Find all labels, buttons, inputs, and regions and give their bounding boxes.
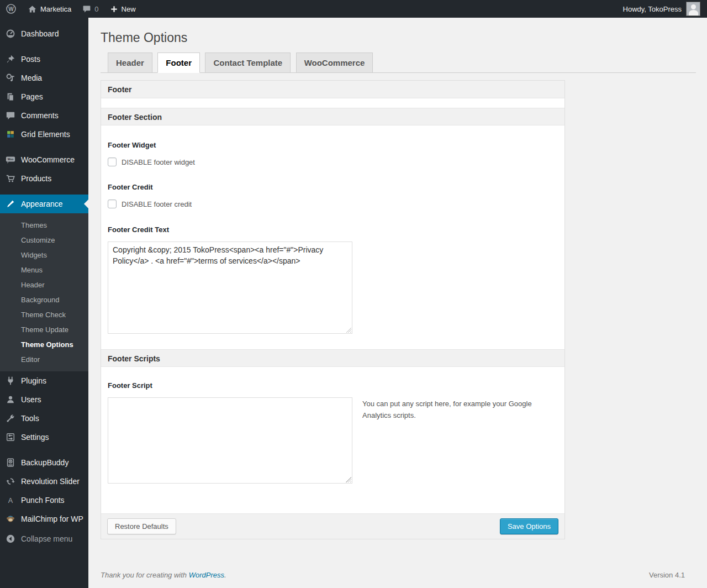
submenu-themes[interactable]: Themes [0, 218, 88, 233]
submenu-menus[interactable]: Menus [0, 262, 88, 277]
wordpress-icon: W [6, 3, 17, 14]
sidebar-item-settings[interactable]: Settings [0, 428, 88, 447]
wrench-icon [5, 413, 16, 424]
backup-icon [5, 457, 16, 468]
menu-separator [0, 447, 88, 453]
resize-grip-icon[interactable] [346, 327, 351, 333]
sidebar-item-mailchimp[interactable]: MailChimp for WP [0, 510, 88, 528]
footer-credit-label: Footer Credit [108, 166, 558, 191]
save-options-button[interactable]: Save Options [500, 518, 558, 534]
letter-a-icon: A [5, 495, 16, 506]
disable-footer-credit-checkbox[interactable] [108, 200, 117, 208]
sidebar-item-tools[interactable]: Tools [0, 409, 88, 428]
sidebar-item-users[interactable]: Users [0, 390, 88, 409]
disable-footer-credit-label: DISABLE footer credit [122, 200, 192, 208]
media-icon [5, 72, 16, 83]
grid-elements-icon [5, 129, 16, 140]
plus-icon [110, 5, 118, 13]
svg-text:W: W [8, 6, 14, 12]
footer-script-label: Footer Script [108, 367, 558, 390]
site-menu[interactable]: Marketica [22, 0, 77, 18]
menu-separator [0, 43, 88, 50]
comment-bubble-icon [82, 4, 91, 13]
avatar[interactable] [686, 2, 700, 16]
tab-contact-template[interactable]: Contact Template [205, 53, 291, 72]
menu-separator [0, 188, 88, 195]
svg-text:Woo: Woo [8, 158, 14, 161]
section-header-footer-scripts: Footer Scripts [101, 349, 564, 367]
footer-script-input[interactable] [108, 397, 352, 484]
user-icon [5, 394, 16, 405]
sidebar-item-dashboard[interactable]: Dashboard [0, 24, 88, 43]
monkey-icon [5, 513, 16, 524]
footer-script-row: You can put any script here, for example… [108, 390, 558, 484]
submenu-theme-options[interactable]: Theme Options [0, 337, 88, 352]
sidebar-item-backupbuddy[interactable]: BackupBuddy [0, 453, 88, 472]
dashboard-icon [5, 28, 16, 39]
disable-footer-widget-checkbox[interactable] [108, 158, 117, 166]
cart-icon [5, 173, 16, 184]
main-content: Theme Options Header Footer Contact Temp… [88, 0, 707, 588]
page-title: Theme Options [101, 29, 696, 46]
appearance-submenu: Themes Customize Widgets Menus Header Ba… [0, 213, 88, 371]
panel-gap [101, 98, 564, 108]
howdy-account-menu[interactable]: Howdy, TokoPress [623, 5, 682, 13]
footer-credit-text-input[interactable]: Copyright &copy; 2015 TokoPress<span><a … [108, 242, 352, 334]
sidebar-item-posts[interactable]: Posts [0, 50, 88, 69]
sidebar-item-punch-fonts[interactable]: A Punch Fonts [0, 491, 88, 510]
tab-footer[interactable]: Footer [157, 53, 200, 73]
disable-footer-widget-label: DISABLE footer widget [122, 158, 195, 166]
submenu-theme-update[interactable]: Theme Update [0, 322, 88, 337]
comments-icon [5, 110, 16, 121]
spacer [108, 484, 558, 513]
sidebar-item-media[interactable]: Media [0, 69, 88, 87]
resize-grip-icon[interactable] [346, 477, 351, 482]
submenu-header[interactable]: Header [0, 277, 88, 292]
sidebar-item-grid-elements[interactable]: Grid Elements [0, 125, 88, 144]
menu-separator [0, 144, 88, 150]
plug-icon [5, 375, 16, 386]
svg-text:A: A [8, 497, 13, 505]
sliders-icon [5, 432, 16, 443]
woocommerce-icon: Woo [5, 154, 16, 165]
comments-menu[interactable]: 0 [77, 0, 104, 18]
pin-icon [5, 54, 16, 65]
site-name: Marketica [40, 5, 71, 13]
footer-credit-text-wrap: Copyright &copy; 2015 TokoPress<span><a … [108, 242, 352, 334]
new-menu[interactable]: New [104, 0, 141, 18]
sidebar-item-revolution-slider[interactable]: Revolution Slider [0, 472, 88, 491]
sidebar-item-products[interactable]: Products [0, 169, 88, 188]
wordpress-link[interactable]: WordPress [189, 571, 224, 579]
footer-section-fields: Footer Widget DISABLE footer widget Foot… [101, 125, 564, 336]
restore-defaults-button[interactable]: Restore Defaults [107, 518, 176, 534]
footer-credit-row: DISABLE footer credit [108, 200, 558, 208]
submenu-widgets[interactable]: Widgets [0, 248, 88, 262]
tab-woocommerce[interactable]: WooCommerce [296, 53, 373, 72]
refresh-icon [5, 476, 16, 487]
tab-bar: Header Footer Contact Template WooCommer… [101, 53, 696, 73]
wordpress-logo[interactable]: W [0, 0, 22, 18]
footer-widget-row: DISABLE footer widget [108, 158, 558, 166]
section-header-footer-section: Footer Section [101, 108, 564, 125]
submenu-theme-check[interactable]: Theme Check [0, 307, 88, 322]
tab-header[interactable]: Header [108, 53, 152, 72]
footer-credit-text-label: Footer Credit Text [108, 208, 558, 234]
options-panel: Footer Footer Section Footer Widget DISA… [101, 80, 565, 539]
collapse-icon [5, 533, 16, 544]
home-icon [28, 4, 37, 14]
footer-widget-label: Footer Widget [108, 125, 558, 149]
sidebar-item-comments[interactable]: Comments [0, 106, 88, 125]
submenu-background[interactable]: Background [0, 292, 88, 307]
sidebar-item-appearance[interactable]: Appearance [0, 195, 88, 213]
sidebar-item-plugins[interactable]: Plugins [0, 371, 88, 390]
pages-icon [5, 91, 16, 102]
sidebar-item-pages[interactable]: Pages [0, 87, 88, 106]
admin-bar: W Marketica 0 New Howdy, TokoPress [0, 0, 707, 18]
submenu-customize[interactable]: Customize [0, 233, 88, 248]
submenu-editor[interactable]: Editor [0, 352, 88, 367]
footer-scripts-fields: Footer Script You can put any script her… [101, 367, 564, 513]
footer-script-wrap [108, 397, 352, 484]
collapse-menu-button[interactable]: Collapse menu [0, 529, 88, 548]
page-footer: Thank you for creating with WordPress. V… [101, 571, 685, 588]
sidebar-item-woocommerce[interactable]: Woo WooCommerce [0, 150, 88, 169]
